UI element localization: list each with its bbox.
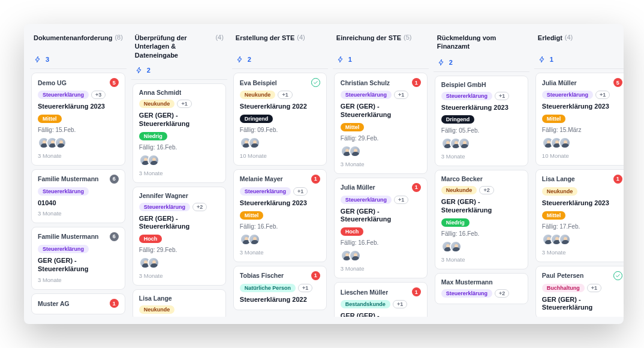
assignee-avatars[interactable] bbox=[542, 137, 622, 149]
filter-count: 2 bbox=[449, 59, 453, 66]
column-filter-row[interactable]: 1 bbox=[333, 53, 429, 69]
category-tag[interactable]: Bestandskunde bbox=[341, 300, 390, 308]
task-card[interactable]: Familie Mustermann6Steuererklärung010403… bbox=[31, 169, 125, 223]
category-tag[interactable]: Neukunde bbox=[139, 305, 175, 314]
assignee-avatars[interactable] bbox=[139, 154, 219, 166]
task-card[interactable]: Max MustermannSteuererklärung+2 bbox=[435, 273, 528, 304]
filter-count: 1 bbox=[348, 56, 352, 63]
card-meta: 10 Monate bbox=[542, 152, 622, 159]
task-card[interactable]: Familie Mustermann6SteuererklärungGER (G… bbox=[31, 227, 125, 290]
task-code: 01040 bbox=[38, 199, 119, 206]
category-tag[interactable]: Neukunde bbox=[542, 187, 578, 196]
assignee-avatars[interactable] bbox=[240, 137, 320, 149]
count-badge: 1 bbox=[110, 299, 119, 308]
more-tags-chip[interactable]: +1 bbox=[495, 92, 509, 100]
category-tag[interactable]: Steuererklärung bbox=[139, 203, 190, 211]
task-card[interactable]: Lieschen Müller1Bestandskunde+1GER (GER)… bbox=[334, 282, 428, 317]
more-tags-chip[interactable]: +1 bbox=[587, 284, 601, 292]
card-header: Marco Becker bbox=[441, 175, 522, 182]
kanban-column: Dokumentenanforderung(8)3Demo UG5Steuere… bbox=[30, 31, 127, 317]
category-tag[interactable]: Steuererklärung bbox=[542, 91, 593, 99]
due-date: Fällig: 29.Feb. bbox=[139, 247, 219, 253]
category-tag[interactable]: Steuererklärung bbox=[441, 289, 492, 298]
task-card[interactable]: Marco BeckerNeukunde+2GER (GER) - Steuer… bbox=[435, 170, 528, 269]
more-tags-chip[interactable]: +1 bbox=[595, 91, 610, 99]
more-tags-chip[interactable]: +2 bbox=[192, 203, 207, 211]
category-tag[interactable]: Steuererklärung bbox=[341, 91, 392, 99]
category-tag[interactable]: Steuererklärung bbox=[38, 187, 89, 196]
task-title: Steuererklärung 2023 bbox=[38, 103, 119, 111]
more-tags-chip[interactable]: +2 bbox=[479, 186, 493, 194]
more-tags-chip[interactable]: +1 bbox=[393, 300, 407, 308]
more-tags-chip[interactable]: +2 bbox=[495, 289, 509, 298]
category-tag[interactable]: Neukunde bbox=[441, 186, 477, 194]
column-filter-row[interactable]: 2 bbox=[434, 56, 529, 72]
column-count: (4) bbox=[297, 34, 305, 41]
task-card[interactable]: Muster AG1 bbox=[31, 293, 125, 314]
task-card[interactable]: Jennifer WagnerSteuererklärung+2GER (GER… bbox=[133, 187, 226, 286]
due-date: Fällig: 17.Feb. bbox=[542, 223, 622, 230]
count-badge: 5 bbox=[613, 78, 622, 87]
task-card[interactable]: Christian Schulz1Steuererklärung+1GER (G… bbox=[334, 73, 428, 174]
category-tag[interactable]: Steuererklärung bbox=[441, 92, 492, 100]
kanban-column: Überprüfung der Unterlagen & Dateneingab… bbox=[131, 31, 227, 317]
card-meta: 3 Monate bbox=[240, 249, 320, 256]
assignee-avatars[interactable] bbox=[341, 145, 421, 157]
task-card[interactable]: Lisa LangeNeukunde bbox=[133, 289, 226, 317]
count-badge: 6 bbox=[110, 232, 119, 241]
category-tag[interactable]: Steuererklärung bbox=[341, 196, 392, 204]
priority-badge: Niedrig bbox=[441, 218, 470, 227]
task-title: GER (GER) - Steuererklärung bbox=[139, 215, 219, 232]
assignee-avatars[interactable] bbox=[240, 233, 320, 245]
category-tag[interactable]: Neukunde bbox=[139, 100, 175, 108]
assignee-avatars[interactable] bbox=[542, 233, 622, 245]
column-filter-row[interactable]: 2 bbox=[232, 53, 328, 69]
column-filter-row[interactable]: 1 bbox=[534, 53, 624, 69]
task-card[interactable]: Anna SchmidtNeukunde+1GER (GER) - Steuer… bbox=[133, 83, 226, 183]
column-header: Erstellung der STE(4) bbox=[232, 31, 328, 53]
task-card[interactable]: Beispiel GmbHSteuererklärung+1Steuererkl… bbox=[435, 76, 528, 167]
category-tag[interactable]: Natürliche Person bbox=[240, 284, 296, 292]
category-tag[interactable]: Neukunde bbox=[240, 91, 276, 99]
more-tags-chip[interactable]: +1 bbox=[394, 91, 408, 99]
category-tag[interactable]: Buchhaltung bbox=[542, 284, 585, 292]
lightning-icon bbox=[236, 55, 244, 64]
priority-badge: Mittel bbox=[542, 211, 566, 220]
more-tags-chip[interactable]: +1 bbox=[177, 100, 191, 108]
task-card[interactable]: Julia Müller1Steuererklärung+1GER (GER) … bbox=[334, 178, 428, 279]
assignee-avatars[interactable] bbox=[139, 257, 219, 269]
column-title: Dokumentenanforderung bbox=[34, 34, 112, 42]
task-card[interactable]: Lisa Lange1NeukundeSteuererklärung 2023M… bbox=[535, 169, 624, 262]
task-card[interactable]: Paul PetersenBuchhaltung+1GER (GER) - St… bbox=[535, 266, 624, 317]
avatar bbox=[248, 137, 260, 149]
assignee-avatars[interactable] bbox=[441, 137, 522, 149]
more-tags-chip[interactable]: +1 bbox=[293, 187, 308, 196]
avatar bbox=[349, 145, 361, 157]
category-tag[interactable]: Steuererklärung bbox=[240, 187, 291, 196]
column-filter-row[interactable]: 3 bbox=[30, 53, 127, 69]
task-card[interactable]: Demo UG5Steuererklärung+3Steuererklärung… bbox=[31, 73, 125, 166]
card-header: Christian Schulz1 bbox=[341, 78, 421, 87]
more-tags-chip[interactable]: +1 bbox=[394, 196, 408, 204]
client-name: Lisa Lange bbox=[139, 295, 172, 302]
task-card[interactable]: Melanie Mayer1Steuererklärung+1Steuererk… bbox=[233, 169, 327, 262]
column-header: Erledigt(4) bbox=[534, 31, 624, 53]
column-filter-row[interactable]: 2 bbox=[131, 64, 227, 80]
avatar bbox=[559, 137, 571, 149]
assignee-avatars[interactable] bbox=[341, 250, 421, 262]
task-card[interactable]: Julia Müller5Steuererklärung+1Steuererkl… bbox=[535, 73, 624, 166]
category-tag[interactable]: Steuererklärung bbox=[38, 245, 89, 253]
assignee-avatars[interactable] bbox=[38, 137, 119, 149]
task-title: Steuererklärung 2023 bbox=[240, 199, 320, 208]
more-tags-chip[interactable]: +1 bbox=[298, 284, 312, 292]
more-tags-chip[interactable]: +3 bbox=[91, 91, 106, 99]
check-badge-icon bbox=[311, 78, 320, 87]
avatar bbox=[55, 137, 67, 149]
category-tag[interactable]: Steuererklärung bbox=[38, 91, 89, 99]
task-title: GER (GER) - Steuererklärung bbox=[341, 312, 421, 317]
task-card[interactable]: Eva BeispielNeukunde+1Steuererklärung 20… bbox=[233, 73, 327, 166]
task-card[interactable]: Tobias Fischer1Natürliche Person+1Steuer… bbox=[233, 266, 327, 311]
more-tags-chip[interactable]: +1 bbox=[278, 91, 292, 99]
assignee-avatars[interactable] bbox=[441, 241, 522, 253]
card-meta: 3 Monate bbox=[441, 256, 522, 263]
